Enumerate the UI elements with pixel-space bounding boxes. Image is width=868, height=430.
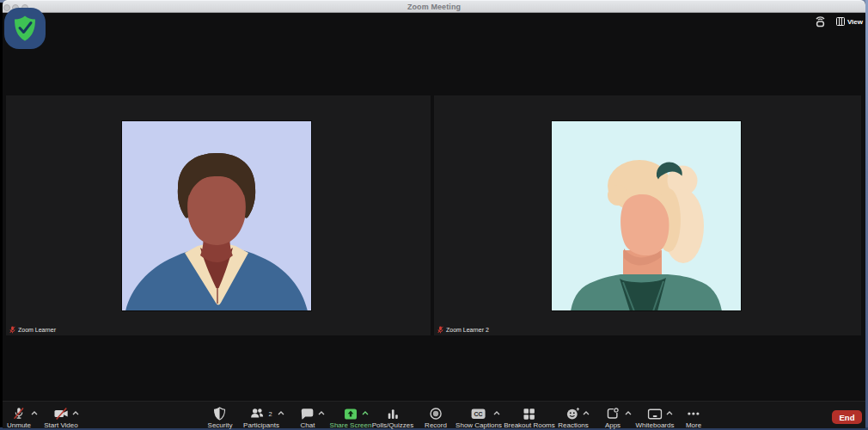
svg-text:CC: CC: [474, 411, 483, 417]
